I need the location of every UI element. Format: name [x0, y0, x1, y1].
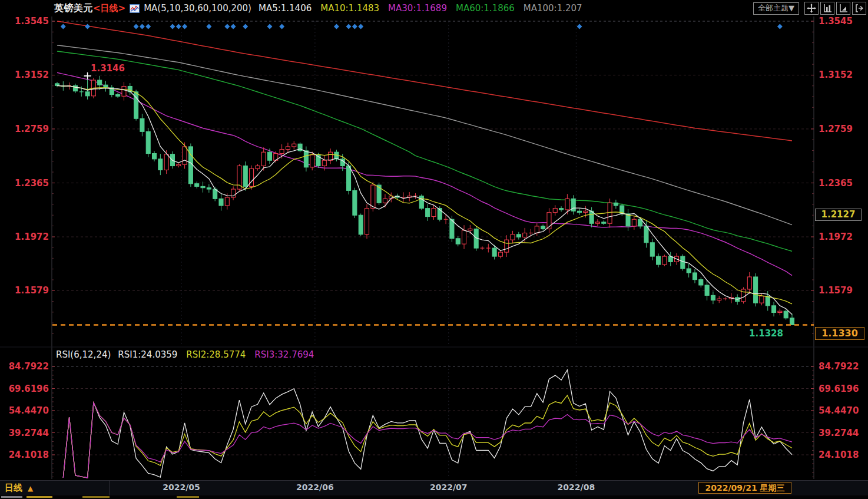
candle-body	[73, 85, 77, 91]
rsi-axis-label: 54.4470	[819, 405, 859, 416]
candle-body	[219, 199, 223, 206]
candle-body	[98, 80, 102, 85]
candle-body	[754, 277, 758, 303]
candle-body	[778, 311, 782, 312]
event-marker-icon[interactable]	[231, 24, 236, 29]
candle-body	[329, 152, 333, 160]
event-marker-icon[interactable]	[85, 24, 90, 29]
candle-body	[322, 160, 326, 166]
y-axis-scale-icon[interactable]	[820, 2, 834, 15]
candle-body	[292, 144, 296, 147]
candle-body	[353, 190, 357, 215]
indicator-line	[63, 402, 792, 478]
candle-body	[201, 186, 205, 187]
candle-body	[657, 256, 661, 265]
candle-body	[104, 85, 108, 88]
event-marker-icon[interactable]	[145, 24, 151, 29]
candle-body	[790, 318, 794, 325]
trading-app-window: 英镑美元 <日线> MA(5,10,30,60,100,200) MA5:1.1…	[0, 0, 868, 499]
rsi-axis-label: 84.7922	[819, 361, 859, 372]
candle-body	[426, 209, 430, 217]
event-marker-icon[interactable]	[170, 24, 175, 29]
crosshair-fit-icon[interactable]	[804, 2, 819, 15]
candle-body	[772, 306, 776, 313]
rsi-values: RSI1:24.0359RSI2:28.5774RSI3:32.7694	[118, 349, 323, 360]
marked-low-label: 1.1328	[734, 328, 783, 339]
event-marker-icon[interactable]	[267, 24, 272, 29]
candle-body	[365, 209, 369, 234]
current-date-box: 2022/09/21 星期三	[698, 482, 791, 494]
indicator-line	[57, 51, 792, 252]
event-marker-icon[interactable]	[182, 24, 187, 29]
candle-body	[760, 296, 764, 303]
candle-body	[256, 166, 260, 168]
ma-value-label: MA60:1.1866	[456, 3, 515, 14]
x-axis-scale-icon[interactable]	[836, 2, 850, 15]
candle-body	[164, 154, 168, 170]
time-axis-bar: 日线 ▲ 2022/052022/062022/072022/08 2022/0…	[0, 480, 868, 495]
price-axis-label: 1.3152	[819, 70, 853, 80]
event-marker-icon[interactable]	[176, 24, 181, 29]
candle-body	[280, 150, 284, 154]
candle-body	[85, 92, 90, 96]
price-axis-label: 1.3545	[819, 16, 853, 27]
event-marker-icon[interactable]	[777, 24, 783, 29]
event-marker-icon[interactable]	[358, 24, 363, 29]
candle-body	[462, 230, 466, 244]
theme-dropdown-button[interactable]: 全部主题▼	[753, 2, 799, 15]
event-marker-icon[interactable]	[140, 24, 145, 29]
price-axis-label: 1.2759	[819, 124, 853, 134]
rsi-value-label: RSI1:24.0359	[118, 349, 177, 360]
mid-price-marker-box: 1.2127	[815, 209, 862, 221]
price-axis-label: 1.2365	[819, 178, 853, 189]
candle-body	[359, 215, 363, 234]
ma-values: MA5:1.1406MA10:1.1483MA30:1.1689MA60:1.1…	[259, 3, 591, 14]
candle-body	[505, 240, 509, 252]
marked-high-label: 1.3146	[91, 63, 125, 74]
candle-body	[468, 229, 472, 230]
candle-body	[153, 154, 157, 159]
candle-body	[347, 166, 351, 190]
candle-body	[267, 152, 271, 160]
candle-body	[261, 152, 266, 166]
candle-body	[553, 209, 557, 213]
candle-body	[541, 226, 545, 229]
exit-chart-icon[interactable]	[852, 2, 866, 15]
candle-body	[511, 234, 515, 240]
candle-body	[595, 222, 599, 223]
event-marker-icon[interactable]	[334, 24, 339, 29]
candle-body	[310, 155, 314, 167]
candle-body	[146, 131, 150, 153]
price-axis-label: 1.1579	[819, 285, 853, 296]
event-marker-icon[interactable]	[61, 24, 66, 29]
event-marker-icon[interactable]	[577, 24, 582, 29]
candle-body	[516, 234, 521, 237]
indicator-line	[57, 85, 792, 314]
candle-body	[207, 188, 211, 189]
event-marker-icon[interactable]	[206, 24, 211, 29]
event-marker-icon[interactable]	[346, 24, 352, 29]
candle-body	[535, 226, 539, 233]
indicator-line	[57, 72, 792, 275]
period-tag: <日线>	[93, 3, 125, 14]
candle-body	[158, 159, 163, 170]
candle-body	[55, 84, 59, 85]
candle-body	[286, 147, 290, 150]
price-axis-label: 1.1579	[0, 285, 49, 296]
event-marker-icon[interactable]	[352, 24, 357, 29]
candle-body	[681, 256, 685, 269]
indicator-line	[57, 85, 792, 303]
candle-body	[687, 269, 691, 273]
candle-body	[747, 277, 751, 289]
candle-body	[699, 280, 703, 285]
candle-body	[584, 211, 588, 212]
candle-body	[498, 252, 502, 256]
time-axis-label: 2022/07	[422, 483, 475, 492]
event-marker-icon[interactable]	[134, 24, 139, 29]
event-marker-icon[interactable]	[224, 24, 230, 29]
event-marker-icon[interactable]	[279, 24, 284, 29]
candle-body	[195, 184, 199, 187]
event-marker-icon[interactable]	[243, 24, 248, 29]
chart-canvas[interactable]	[0, 0, 868, 499]
period-selector[interactable]: 日线 ▲	[0, 481, 110, 495]
